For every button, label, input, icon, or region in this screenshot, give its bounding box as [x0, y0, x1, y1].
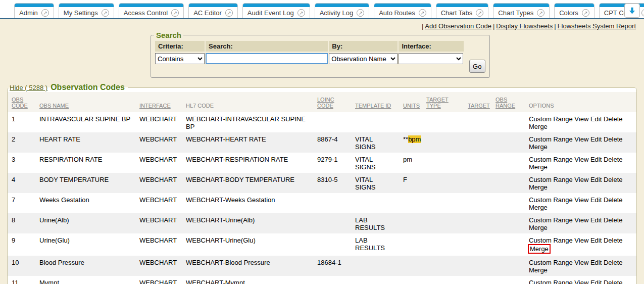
view-link[interactable]: View [574, 279, 588, 284]
cell-target [464, 233, 491, 256]
popout-icon[interactable]: ↗ [537, 9, 544, 17]
column-header[interactable]: OBS RANGE [496, 97, 515, 109]
custom-range-link[interactable]: Custom Range [529, 236, 573, 244]
tab-accent-bar [15, 4, 54, 7]
column-header[interactable]: OBS NAME [39, 103, 69, 109]
nav-tab[interactable]: Chart Types ↗ [493, 3, 550, 18]
nav-tab[interactable]: Chart Tabs ↗ [436, 3, 489, 18]
search-input[interactable] [206, 53, 328, 64]
cell-target [464, 276, 491, 284]
nav-tab[interactable]: Auto Routes ↗ [374, 3, 431, 18]
edit-link[interactable]: Edit [590, 176, 602, 183]
popout-icon[interactable]: ↗ [102, 9, 109, 17]
merge-link[interactable]: Merge [529, 163, 548, 171]
popout-icon[interactable]: ↗ [41, 9, 49, 17]
edit-link[interactable]: Edit [590, 115, 602, 123]
view-link[interactable]: View [574, 259, 588, 266]
column-header[interactable]: LOINC CODE [317, 97, 334, 109]
cell-hl7-code: WEBCHART-Blood Pressure [182, 256, 313, 276]
delete-link[interactable]: Delete [604, 176, 623, 183]
custom-range-link[interactable]: Custom Range [529, 259, 573, 266]
merge-link[interactable]: Merge [529, 266, 548, 274]
view-link[interactable]: View [574, 135, 588, 143]
nav-tab[interactable]: My Settings ↗ [59, 3, 114, 18]
popout-icon[interactable]: ↗ [641, 9, 644, 17]
popout-icon[interactable]: ↗ [171, 9, 179, 17]
merge-link[interactable]: Merge [529, 204, 548, 211]
cell-obs-code: 4 [8, 173, 35, 193]
column-header[interactable]: INTERFACE [139, 103, 171, 109]
edit-link[interactable]: Edit [590, 135, 602, 143]
edit-link[interactable]: Edit [590, 196, 602, 204]
popout-icon[interactable]: ↗ [419, 9, 426, 17]
criteria-select[interactable]: Contains [155, 53, 205, 64]
nav-tab[interactable]: Access Control ↗ [119, 3, 184, 18]
nav-tab[interactable]: Admin ↗ [14, 3, 54, 18]
custom-range-link[interactable]: Custom Range [529, 176, 573, 183]
cell-obs-range [491, 276, 525, 284]
view-link[interactable]: View [574, 176, 588, 183]
by-select[interactable]: Observation Name [329, 53, 398, 64]
popout-icon[interactable]: ↗ [357, 9, 364, 17]
custom-range-link[interactable]: Custom Range [529, 196, 573, 204]
column-header[interactable]: TARGET [468, 103, 490, 109]
hide-count-link[interactable]: Hide ( 5288 ) [10, 84, 47, 91]
popout-icon[interactable]: ↗ [582, 9, 589, 17]
nav-tab[interactable]: Activity Log ↗ [315, 3, 369, 18]
go-button[interactable]: Go [469, 60, 485, 73]
delete-link[interactable]: Delete [604, 156, 623, 163]
delete-link[interactable]: Delete [604, 279, 623, 284]
action-link[interactable]: Display Flowsheets [496, 22, 553, 30]
view-link[interactable]: View [574, 196, 588, 204]
custom-range-link[interactable]: Custom Range [529, 156, 573, 163]
search-legend: Search [154, 31, 183, 39]
merge-link[interactable]: Merge [528, 244, 551, 254]
table-body: 1 INTRAVASCULAR SUPINE BP WEBCHART WEBCH… [8, 112, 636, 284]
nav-tab[interactable]: Colors ↗ [554, 3, 595, 18]
delete-link[interactable]: Delete [604, 236, 623, 244]
nav-tab[interactable]: Audit Event Log ↗ [242, 3, 310, 18]
column-header[interactable]: UNITS [403, 103, 420, 109]
custom-range-link[interactable]: Custom Range [529, 115, 573, 123]
interface-select[interactable] [399, 53, 463, 64]
delete-link[interactable]: Delete [604, 259, 623, 266]
cell-interface: WEBCHART [135, 233, 182, 256]
delete-link[interactable]: Delete [604, 135, 623, 143]
edit-link[interactable]: Edit [590, 156, 602, 163]
view-link[interactable]: View [574, 115, 588, 123]
merge-link[interactable]: Merge [529, 123, 548, 130]
custom-range-link[interactable]: Custom Range [529, 279, 573, 284]
custom-range-link[interactable]: Custom Range [529, 135, 573, 143]
view-link[interactable]: View [574, 216, 588, 224]
action-link[interactable]: Flowsheets System Report [558, 22, 636, 30]
tab-overflow-button[interactable] [624, 4, 640, 18]
view-link[interactable]: View [574, 156, 588, 163]
merge-link[interactable]: Merge [529, 224, 548, 231]
cell-obs-name: RESPIRATION RATE [35, 153, 135, 173]
cell-target [464, 173, 491, 193]
delete-link[interactable]: Delete [604, 115, 623, 123]
popout-icon[interactable]: ↗ [476, 9, 483, 17]
nav-tab[interactable]: AC Editor ↗ [188, 3, 238, 18]
edit-link[interactable]: Edit [590, 216, 602, 224]
edit-link[interactable]: Edit [590, 279, 602, 284]
cell-target [464, 153, 491, 173]
delete-link[interactable]: Delete [604, 216, 623, 224]
tab-accent-bar [243, 4, 310, 7]
tab-accent-bar [555, 4, 594, 7]
popout-icon[interactable]: ↗ [225, 9, 233, 17]
column-header[interactable]: TEMPLATE ID [355, 103, 391, 109]
action-link[interactable]: Add Observation Code [425, 22, 491, 30]
custom-range-link[interactable]: Custom Range [529, 216, 573, 224]
merge-link[interactable]: Merge [529, 183, 548, 191]
cell-units: pm [399, 153, 422, 173]
column-header[interactable]: TARGET TYPE [426, 97, 449, 109]
cell-interface: WEBCHART [135, 193, 182, 213]
edit-link[interactable]: Edit [590, 236, 602, 244]
view-link[interactable]: View [574, 236, 588, 244]
popout-icon[interactable]: ↗ [298, 9, 305, 17]
column-header[interactable]: OBS CODE [12, 97, 28, 109]
merge-link[interactable]: Merge [529, 143, 548, 151]
edit-link[interactable]: Edit [590, 259, 602, 266]
delete-link[interactable]: Delete [604, 196, 623, 204]
